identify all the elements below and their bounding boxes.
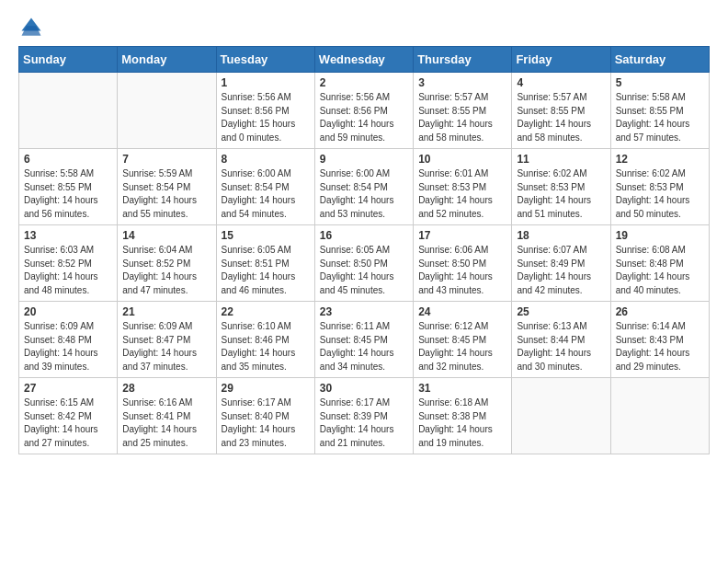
calendar-cell: 25Sunrise: 6:13 AMSunset: 8:44 PMDayligh… bbox=[512, 302, 610, 378]
calendar-cell: 12Sunrise: 6:02 AMSunset: 8:53 PMDayligh… bbox=[610, 149, 709, 225]
calendar-cell: 7Sunrise: 5:59 AMSunset: 8:54 PMDaylight… bbox=[118, 149, 216, 225]
day-info: Sunrise: 6:17 AMSunset: 8:40 PMDaylight:… bbox=[222, 396, 310, 450]
calendar-cell: 15Sunrise: 6:05 AMSunset: 8:51 PMDayligh… bbox=[216, 225, 314, 302]
day-info: Sunrise: 5:57 AMSunset: 8:55 PMDaylight:… bbox=[517, 91, 605, 144]
day-info: Sunrise: 6:00 AMSunset: 8:54 PMDaylight:… bbox=[320, 167, 408, 221]
day-info: Sunrise: 6:05 AMSunset: 8:51 PMDaylight:… bbox=[222, 244, 310, 297]
calendar-cell: 2Sunrise: 5:56 AMSunset: 8:56 PMDaylight… bbox=[314, 73, 413, 149]
calendar-cell: 27Sunrise: 6:15 AMSunset: 8:42 PMDayligh… bbox=[19, 378, 118, 454]
day-info: Sunrise: 6:02 AMSunset: 8:53 PMDaylight:… bbox=[517, 167, 605, 221]
day-number: 31 bbox=[418, 382, 506, 395]
day-number: 7 bbox=[122, 153, 210, 166]
day-number: 4 bbox=[517, 76, 605, 89]
day-number: 12 bbox=[616, 153, 704, 166]
day-info: Sunrise: 6:11 AMSunset: 8:45 PMDaylight:… bbox=[320, 320, 408, 373]
week-row-4: 20Sunrise: 6:09 AMSunset: 8:48 PMDayligh… bbox=[19, 302, 710, 378]
weekday-header-monday: Monday bbox=[118, 47, 216, 73]
calendar-cell: 13Sunrise: 6:03 AMSunset: 8:52 PMDayligh… bbox=[19, 225, 118, 302]
weekday-header-wednesday: Wednesday bbox=[314, 47, 413, 73]
calendar-cell: 16Sunrise: 6:05 AMSunset: 8:50 PMDayligh… bbox=[314, 225, 413, 302]
day-info: Sunrise: 6:16 AMSunset: 8:41 PMDaylight:… bbox=[122, 396, 210, 450]
calendar-cell: 18Sunrise: 6:07 AMSunset: 8:49 PMDayligh… bbox=[512, 225, 610, 302]
calendar-cell: 29Sunrise: 6:17 AMSunset: 8:40 PMDayligh… bbox=[216, 378, 314, 454]
calendar-cell: 19Sunrise: 6:08 AMSunset: 8:48 PMDayligh… bbox=[610, 225, 709, 302]
week-row-1: 1Sunrise: 5:56 AMSunset: 8:56 PMDaylight… bbox=[19, 73, 710, 149]
day-number: 20 bbox=[24, 305, 112, 318]
day-number: 19 bbox=[616, 229, 704, 242]
day-number: 18 bbox=[517, 229, 605, 242]
day-number: 13 bbox=[24, 229, 112, 242]
day-number: 26 bbox=[616, 305, 704, 318]
day-number: 27 bbox=[24, 382, 112, 395]
day-number: 10 bbox=[418, 153, 506, 166]
calendar-cell bbox=[512, 378, 610, 454]
calendar-cell: 5Sunrise: 5:58 AMSunset: 8:55 PMDaylight… bbox=[610, 73, 709, 149]
weekday-header-saturday: Saturday bbox=[610, 47, 709, 73]
day-info: Sunrise: 6:10 AMSunset: 8:46 PMDaylight:… bbox=[222, 320, 310, 373]
day-number: 22 bbox=[222, 305, 310, 318]
day-info: Sunrise: 6:15 AMSunset: 8:42 PMDaylight:… bbox=[24, 396, 112, 450]
calendar-cell: 4Sunrise: 5:57 AMSunset: 8:55 PMDaylight… bbox=[512, 73, 610, 149]
calendar-cell: 28Sunrise: 6:16 AMSunset: 8:41 PMDayligh… bbox=[118, 378, 216, 454]
calendar-cell bbox=[610, 378, 709, 454]
calendar-cell: 23Sunrise: 6:11 AMSunset: 8:45 PMDayligh… bbox=[314, 302, 413, 378]
day-info: Sunrise: 5:58 AMSunset: 8:55 PMDaylight:… bbox=[616, 91, 704, 144]
weekday-header-tuesday: Tuesday bbox=[216, 47, 314, 73]
day-number: 24 bbox=[418, 305, 506, 318]
calendar-cell: 9Sunrise: 6:00 AMSunset: 8:54 PMDaylight… bbox=[314, 149, 413, 225]
calendar: SundayMondayTuesdayWednesdayThursdayFrid… bbox=[18, 46, 710, 454]
day-number: 25 bbox=[517, 305, 605, 318]
day-info: Sunrise: 6:12 AMSunset: 8:45 PMDaylight:… bbox=[418, 320, 506, 373]
day-number: 17 bbox=[418, 229, 506, 242]
week-row-3: 13Sunrise: 6:03 AMSunset: 8:52 PMDayligh… bbox=[19, 225, 710, 302]
calendar-cell: 24Sunrise: 6:12 AMSunset: 8:45 PMDayligh… bbox=[414, 302, 512, 378]
calendar-cell: 20Sunrise: 6:09 AMSunset: 8:48 PMDayligh… bbox=[19, 302, 118, 378]
calendar-cell: 3Sunrise: 5:57 AMSunset: 8:55 PMDaylight… bbox=[414, 73, 512, 149]
calendar-cell: 26Sunrise: 6:14 AMSunset: 8:43 PMDayligh… bbox=[610, 302, 709, 378]
weekday-header-row: SundayMondayTuesdayWednesdayThursdayFrid… bbox=[19, 47, 710, 73]
calendar-cell: 22Sunrise: 6:10 AMSunset: 8:46 PMDayligh… bbox=[216, 302, 314, 378]
calendar-cell bbox=[118, 73, 216, 149]
day-info: Sunrise: 6:02 AMSunset: 8:53 PMDaylight:… bbox=[616, 167, 704, 221]
calendar-cell: 30Sunrise: 6:17 AMSunset: 8:39 PMDayligh… bbox=[314, 378, 413, 454]
calendar-cell: 14Sunrise: 6:04 AMSunset: 8:52 PMDayligh… bbox=[118, 225, 216, 302]
header bbox=[18, 15, 710, 40]
weekday-header-thursday: Thursday bbox=[414, 47, 512, 73]
day-info: Sunrise: 6:06 AMSunset: 8:50 PMDaylight:… bbox=[418, 244, 506, 297]
day-info: Sunrise: 6:03 AMSunset: 8:52 PMDaylight:… bbox=[24, 244, 112, 297]
calendar-cell: 8Sunrise: 6:00 AMSunset: 8:54 PMDaylight… bbox=[216, 149, 314, 225]
day-info: Sunrise: 5:56 AMSunset: 8:56 PMDaylight:… bbox=[320, 91, 408, 144]
day-number: 29 bbox=[222, 382, 310, 395]
day-info: Sunrise: 6:18 AMSunset: 8:38 PMDaylight:… bbox=[418, 396, 506, 450]
weekday-header-sunday: Sunday bbox=[19, 47, 118, 73]
day-info: Sunrise: 5:57 AMSunset: 8:55 PMDaylight:… bbox=[418, 91, 506, 144]
day-number: 30 bbox=[320, 382, 408, 395]
day-info: Sunrise: 6:09 AMSunset: 8:47 PMDaylight:… bbox=[122, 320, 210, 373]
day-info: Sunrise: 6:07 AMSunset: 8:49 PMDaylight:… bbox=[517, 244, 605, 297]
calendar-cell: 31Sunrise: 6:18 AMSunset: 8:38 PMDayligh… bbox=[414, 378, 512, 454]
day-info: Sunrise: 6:08 AMSunset: 8:48 PMDaylight:… bbox=[616, 244, 704, 297]
week-row-5: 27Sunrise: 6:15 AMSunset: 8:42 PMDayligh… bbox=[19, 378, 710, 454]
day-number: 8 bbox=[222, 153, 310, 166]
day-info: Sunrise: 6:04 AMSunset: 8:52 PMDaylight:… bbox=[122, 244, 210, 297]
day-info: Sunrise: 6:00 AMSunset: 8:54 PMDaylight:… bbox=[222, 167, 310, 221]
day-info: Sunrise: 5:58 AMSunset: 8:55 PMDaylight:… bbox=[24, 167, 112, 221]
calendar-cell: 21Sunrise: 6:09 AMSunset: 8:47 PMDayligh… bbox=[118, 302, 216, 378]
day-info: Sunrise: 6:13 AMSunset: 8:44 PMDaylight:… bbox=[517, 320, 605, 373]
calendar-cell bbox=[19, 73, 118, 149]
day-number: 14 bbox=[122, 229, 210, 242]
calendar-cell: 1Sunrise: 5:56 AMSunset: 8:56 PMDaylight… bbox=[216, 73, 314, 149]
day-number: 11 bbox=[517, 153, 605, 166]
day-info: Sunrise: 5:56 AMSunset: 8:56 PMDaylight:… bbox=[222, 91, 310, 144]
day-number: 5 bbox=[616, 76, 704, 89]
day-number: 9 bbox=[320, 153, 408, 166]
day-number: 23 bbox=[320, 305, 408, 318]
logo bbox=[18, 15, 48, 40]
day-number: 2 bbox=[320, 76, 408, 89]
day-number: 3 bbox=[418, 76, 506, 89]
logo-icon bbox=[18, 15, 44, 40]
day-number: 16 bbox=[320, 229, 408, 242]
day-number: 15 bbox=[222, 229, 310, 242]
day-info: Sunrise: 6:17 AMSunset: 8:39 PMDaylight:… bbox=[320, 396, 408, 450]
calendar-cell: 6Sunrise: 5:58 AMSunset: 8:55 PMDaylight… bbox=[19, 149, 118, 225]
